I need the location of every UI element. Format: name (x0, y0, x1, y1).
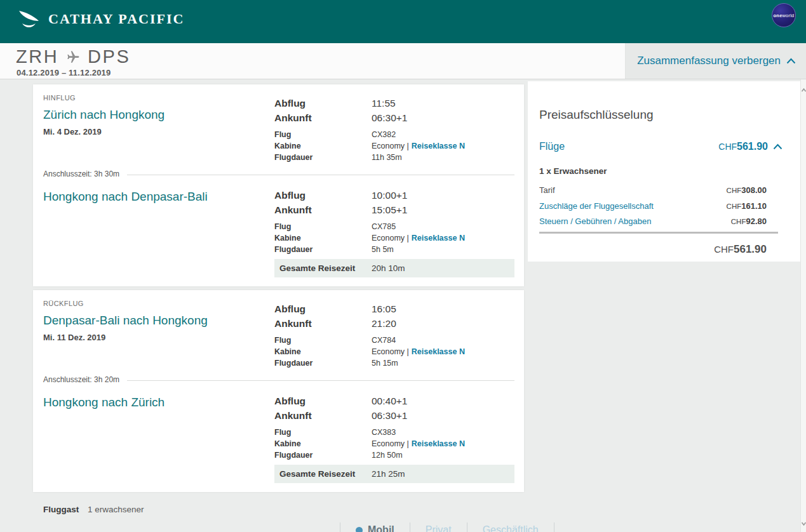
duration-value: 11h 35m (372, 152, 402, 163)
segment-title: Hongkong nach Denpasar-Bali (43, 190, 208, 204)
duration-label: Flugdauer (274, 357, 372, 369)
tab-privat-label: Privat (426, 524, 452, 532)
booking-class-link[interactable]: Reiseklasse N (412, 438, 465, 449)
surcharges-currency: CHF (727, 203, 742, 210)
flight-number: CX382 (372, 129, 396, 140)
booking-class-link[interactable]: Reiseklasse N (412, 346, 465, 357)
price-row-taxes: Steuern / Gebühren / Abgaben CHF92.80 (539, 214, 767, 230)
price-rows: Tarif CHF308.00 Zuschläge der Fluggesell… (539, 183, 767, 230)
segment-details: Abflug10:00+1 Ankunft15:05+1 FlugCX785 K… (274, 188, 516, 255)
flight-number: CX784 (372, 335, 396, 346)
tab-mobil-label: Mobil (368, 524, 394, 532)
flight-label: Flug (274, 335, 372, 346)
segment-details: Abflug00:40+1 Ankunft06:30+1 FlugCX383 K… (274, 394, 516, 461)
departure-label: Abflug (274, 302, 372, 316)
price-row-surcharges: Zuschläge der Fluggesellschaft CHF161.10 (539, 199, 767, 215)
duration-label: Flugdauer (274, 244, 372, 255)
scrollbar-down-icon[interactable] (801, 521, 806, 527)
passenger-bar: Fluggast 1 erwachsener (43, 505, 144, 514)
tab-mobil[interactable]: Mobil (340, 522, 410, 532)
price-breakdown-panel: Preisaufschlüsselung Flüge CHF561.90 1 x… (528, 81, 802, 262)
connection-time-label: Anschlusszeit: 3h 20m (43, 375, 119, 384)
cabin-label: Kabine (274, 438, 372, 449)
price-total: CHF561.90 (714, 243, 767, 256)
return-flight-card: RÜCKFLUG Denpasar-Bali nach Hongkong Mi.… (33, 290, 524, 492)
app-header: CATHAY PACIFIC oneworld (0, 0, 806, 43)
oneworld-text-one: one (774, 13, 782, 18)
origin-code: ZRH (16, 46, 58, 67)
arrival-label: Ankunft (274, 316, 372, 331)
fare-label: Tarif (539, 183, 555, 199)
taxes-currency: CHF (731, 218, 746, 225)
cathay-pacific-logo[interactable]: CATHAY PACIFIC (15, 6, 184, 32)
surcharges-amount: 161.10 (741, 201, 767, 211)
departure-label: Abflug (274, 96, 372, 110)
duration-value: 5h 15m (372, 357, 398, 369)
total-travel-time-value: 20h 10m (372, 263, 405, 273)
tab-geschaeftlich[interactable]: Geschäftlich (467, 522, 554, 532)
taxes-link[interactable]: Steuern / Gebühren / Abgaben (539, 214, 651, 230)
hide-summary-label: Zusammenfassung verbergen (637, 55, 781, 67)
chevron-up-icon (773, 143, 782, 150)
duration-label: Flugdauer (274, 449, 372, 461)
price-breakdown-title: Preisaufschlüsselung (539, 108, 654, 122)
footer-channel-tabs: Mobil Privat Geschäftlich (340, 522, 554, 532)
departure-time: 10:00+1 (372, 188, 407, 203)
total-travel-time-label: Gesamte Reisezeit (279, 469, 372, 479)
surcharges-link[interactable]: Zuschläge der Fluggesellschaft (539, 199, 654, 215)
booking-class-link[interactable]: Reiseklasse N (412, 232, 465, 244)
segment-details: Abflug16:05 Ankunft21:20 FlugCX784 Kabin… (274, 302, 516, 369)
scrollbar-up-icon[interactable] (801, 87, 806, 93)
card-direction-tag: HINFLUG (43, 94, 76, 102)
total-travel-time-value: 21h 25m (372, 469, 405, 479)
destination-code: DPS (88, 46, 130, 67)
arrival-time: 21:20 (372, 316, 396, 331)
departure-time: 16:05 (372, 302, 396, 316)
route: ZRH DPS (16, 46, 130, 67)
outbound-flight-card: HINFLUG Zürich nach Hongkong Mi. 4 Dez. … (33, 84, 524, 286)
segment-title: Zürich nach Hongkong (43, 108, 165, 122)
card-direction-tag: RÜCKFLUG (43, 300, 84, 307)
duration-label: Flugdauer (274, 152, 372, 163)
duration-value: 12h 50m (372, 449, 403, 461)
departure-time: 11:55 (372, 96, 396, 110)
arrival-label: Ankunft (274, 203, 372, 217)
fare-currency: CHF (727, 187, 742, 194)
plane-icon (66, 50, 80, 64)
departure-time: 00:40+1 (372, 394, 407, 408)
segment-title: Denpasar-Bali nach Hongkong (43, 314, 208, 328)
trip-route-block: ZRH DPS 04.12.2019 – 11.12.2019 (0, 43, 626, 79)
flights-amount: 561.90 (737, 141, 768, 152)
cabin-label: Kabine (274, 232, 372, 244)
connection-time: Anschlusszeit: 3h 20m (43, 375, 514, 384)
total-travel-time-row: Gesamte Reisezeit 21h 25m (274, 465, 514, 483)
passenger-label: Fluggast (43, 505, 79, 514)
oneworld-logo[interactable]: oneworld (772, 3, 796, 27)
price-row-fare: Tarif CHF308.00 (539, 183, 767, 199)
arrival-time: 06:30+1 (372, 110, 407, 125)
booking-class-link[interactable]: Reiseklasse N (412, 140, 465, 152)
departure-label: Abflug (274, 188, 372, 203)
oneworld-text-world: world (782, 13, 795, 18)
flights-price-toggle[interactable]: Flüge CHF561.90 (539, 141, 782, 152)
passenger-value: 1 erwachsener (88, 505, 144, 514)
departure-label: Abflug (274, 394, 372, 408)
cabin-label: Kabine (274, 346, 372, 357)
flight-number: CX383 (372, 427, 396, 438)
hide-summary-toggle[interactable]: Zusammenfassung verbergen (637, 43, 796, 79)
flights-label: Flüge (539, 141, 565, 152)
segment-title: Hongkong nach Zürich (43, 396, 165, 409)
duration-value: 5h 5m (372, 244, 394, 255)
total-currency: CHF (714, 244, 734, 255)
flight-label: Flug (274, 427, 372, 438)
total-travel-time-label: Gesamte Reisezeit (279, 263, 372, 273)
brushwing-icon (15, 6, 41, 32)
taxes-amount: 92.80 (746, 216, 767, 226)
cabin-value: Economy | (372, 232, 409, 244)
page-scrollbar[interactable] (800, 79, 806, 532)
arrival-time: 15:05+1 (372, 203, 407, 217)
cabin-value: Economy | (372, 438, 409, 449)
tab-privat[interactable]: Privat (410, 522, 467, 532)
brand-wordmark: CATHAY PACIFIC (48, 11, 184, 27)
connection-time: Anschlusszeit: 3h 30m (43, 170, 514, 178)
